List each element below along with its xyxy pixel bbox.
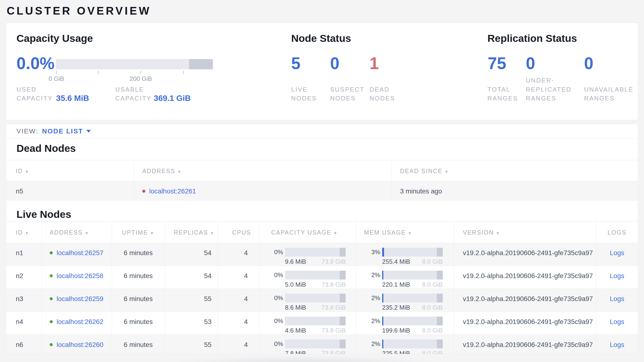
axis-tick [98, 71, 98, 74]
suspect-nodes-label: SUSPECT NODES [330, 85, 364, 103]
live-col-uptime[interactable]: UPTIME▼ [112, 229, 165, 236]
dead-col-id[interactable]: ID▼ [16, 168, 29, 174]
view-selector-bar: VIEW: NODE LIST [6, 124, 638, 139]
mem-total-value: 8.0 GiB [422, 304, 443, 311]
capacity-used-value: 5.0 MiB [285, 281, 306, 288]
live-status-dot-icon [50, 274, 53, 277]
mem-minibar-fill [382, 339, 383, 348]
capacity-total-value: 73.8 GiB [322, 281, 346, 288]
mem-used-value: 235.2 MiB [382, 304, 410, 311]
column-divider [42, 221, 42, 354]
chevron-down-icon[interactable] [86, 130, 91, 133]
capacity-used-value: 8.6 MiB [285, 304, 306, 311]
dead-node-dead-since: 3 minutes ago [400, 188, 442, 195]
mem-total-value: 8.0 GiB [422, 258, 443, 265]
mem-minibar-reserved [437, 271, 443, 279]
live-node-uptime: 6 minutes [112, 272, 165, 280]
view-dropdown[interactable]: NODE LIST [42, 127, 83, 135]
dead-col-dead-since[interactable]: DEAD SINCE▼ [400, 168, 449, 174]
live-node-row: n2 localhost:26258 6 minutes 54 4 0% 5.0… [6, 266, 638, 289]
dead-node-address-link[interactable]: localhost:26261 [149, 188, 196, 195]
logs-link[interactable]: Logs [610, 295, 624, 302]
axis-tick [140, 71, 141, 74]
live-node-row: n1 localhost:26257 6 minutes 54 4 0% 9.6… [6, 243, 638, 266]
capacity-percent: 0% [272, 317, 283, 325]
live-node-address-link[interactable]: localhost:26257 [56, 249, 103, 257]
logs-link[interactable]: Logs [610, 249, 624, 257]
live-node-row: n3 localhost:26259 6 minutes 55 4 0% 8.6… [6, 289, 638, 311]
sort-desc-icon: ▼ [333, 231, 338, 236]
logs-link[interactable]: Logs [610, 341, 624, 348]
live-node-row: n6 localhost:26260 6 minutes 55 4 0% 7.8… [6, 334, 638, 354]
mem-percent: 2% [369, 317, 380, 325]
live-node-id: n1 [16, 249, 23, 257]
total-ranges-label: TOTAL RANGES [488, 85, 518, 103]
unavailable-ranges-count: 0 [584, 55, 594, 72]
live-node-cpus: 4 [218, 295, 254, 303]
column-divider [454, 221, 454, 354]
node-status-title: Node Status [291, 33, 351, 44]
column-divider [391, 160, 392, 201]
live-node-version: v19.2.0-alpha.20190606-2491-gfe735c9a97 [463, 272, 593, 280]
usable-capacity-label: USABLE CAPACITY [115, 85, 154, 103]
mem-minibar-reserved [437, 339, 443, 348]
capacity-minibar-reserved [340, 294, 346, 302]
live-node-id: n6 [16, 341, 23, 349]
dead-node-address: localhost:26261 [142, 188, 196, 195]
capacity-percent: 0% [272, 340, 283, 348]
live-status-dot-icon [50, 320, 53, 323]
live-nodes-label: LIVE NODES [291, 85, 320, 103]
live-node-replicas: 55 [165, 295, 218, 303]
view-label: VIEW: [16, 127, 38, 135]
total-ranges-count: 75 [488, 55, 506, 72]
live-node-version: v19.2.0-alpha.20190606-2491-gfe735c9a97 [463, 341, 593, 349]
mem-used-value: 225.5 MiB [382, 350, 410, 354]
capacity-percent: 0% [272, 248, 283, 256]
live-node-replicas: 53 [165, 318, 218, 326]
mem-percent: 2% [369, 340, 380, 348]
live-col-version[interactable]: VERSION▼ [463, 229, 500, 236]
live-col-cpus[interactable]: CPUS [224, 229, 260, 236]
live-status-dot-icon [50, 251, 53, 254]
live-status-dot-icon [50, 343, 53, 346]
usable-capacity-value: 369.1 GiB [154, 94, 191, 103]
dead-col-address[interactable]: ADDRESS▼ [142, 168, 182, 174]
column-divider [134, 160, 134, 201]
capacity-total-value: 73.8 GiB [322, 327, 346, 334]
live-node-replicas: 54 [165, 272, 218, 280]
mem-minibar-fill [382, 248, 384, 257]
capacity-percent: 0% [272, 271, 283, 279]
column-divider [260, 221, 260, 354]
column-divider [596, 221, 596, 354]
live-col-id[interactable]: ID▼ [16, 229, 29, 236]
dead-node-id: n5 [16, 188, 23, 195]
live-node-address-link[interactable]: localhost:26262 [56, 318, 103, 325]
capacity-minibar [285, 248, 346, 257]
live-col-address[interactable]: ADDRESS▼ [50, 229, 89, 236]
logs-link[interactable]: Logs [610, 272, 624, 279]
capacity-usage-bar-reserved [189, 59, 213, 69]
mem-minibar-reserved [437, 317, 443, 325]
mem-percent: 2% [369, 271, 380, 279]
live-col-capacity[interactable]: CAPACITY USAGE▼ [271, 229, 338, 236]
live-node-address-link[interactable]: localhost:26260 [56, 341, 103, 348]
axis-tick [183, 71, 184, 74]
mem-total-value: 8.0 GiB [422, 350, 443, 354]
live-node-address-link[interactable]: localhost:26258 [56, 272, 103, 279]
replication-status-title: Replication Status [488, 33, 577, 44]
axis-label-0gib: 0 GiB [37, 75, 76, 83]
live-node-version: v19.2.0-alpha.20190606-2491-gfe735c9a97 [463, 318, 593, 326]
capacity-minibar-reserved [340, 271, 346, 279]
live-col-replicas[interactable]: REPLICAS▼ [165, 229, 224, 236]
under-replicated-count: 0 [526, 55, 535, 72]
live-nodes-table-header: ID▼ ADDRESS▼ UPTIME▼ REPLICAS▼ CPUS CAPA… [6, 221, 638, 243]
live-node-address-link[interactable]: localhost:26259 [56, 295, 103, 302]
sort-desc-icon: ▼ [177, 169, 182, 174]
sort-desc-icon: ▼ [408, 231, 412, 236]
live-node-uptime: 6 minutes [112, 249, 165, 257]
logs-link[interactable]: Logs [610, 318, 624, 325]
live-node-cpus: 4 [218, 272, 254, 280]
live-node-id: n2 [16, 272, 23, 280]
live-col-mem[interactable]: MEM USAGE▼ [364, 229, 412, 236]
capacity-used-value: 4.6 MiB [285, 327, 306, 334]
